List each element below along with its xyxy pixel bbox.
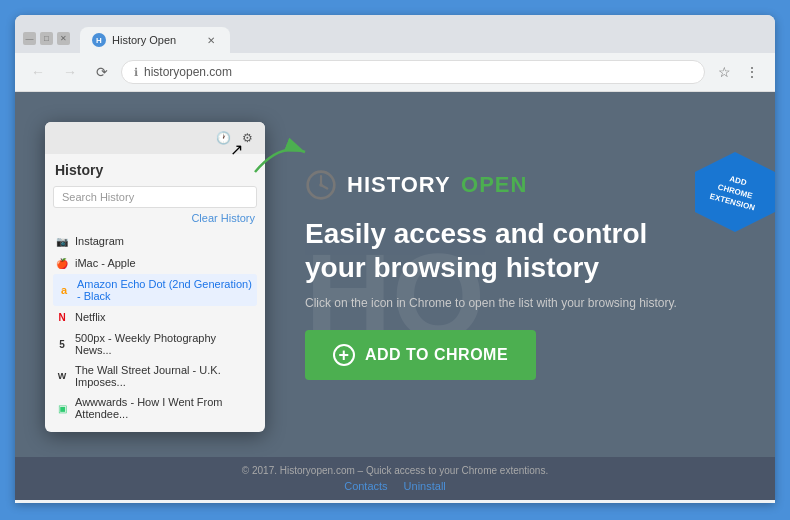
popup-search[interactable]: Search History xyxy=(53,186,257,208)
tagline-line2: your browsing history xyxy=(305,251,745,285)
tagline: Easily access and control your browsing … xyxy=(305,217,745,284)
main-area: 🕐 ⚙ History Search History Clear History… xyxy=(15,92,775,457)
history-item-label: iMac - Apple xyxy=(75,257,136,269)
add-to-chrome-button[interactable]: + ADD TO CHROME xyxy=(305,330,536,380)
active-tab[interactable]: H History Open ✕ xyxy=(80,27,230,53)
right-content: HISTORY OPEN Easily access and control y… xyxy=(285,112,745,437)
browser-frame: — □ ✕ H History Open ✕ ← → ⟳ ℹ historyop… xyxy=(15,15,775,503)
amazon-favicon: a xyxy=(57,283,71,297)
window-controls: — □ ✕ xyxy=(23,32,70,53)
browser-toolbar: ← → ⟳ ℹ historyopen.com ☆ ⋮ xyxy=(15,53,775,92)
history-item-label: Instagram xyxy=(75,235,124,247)
popup-header: 🕐 ⚙ xyxy=(45,122,265,154)
history-item-label: Amazon Echo Dot (2nd Generation) - Black xyxy=(77,278,253,302)
contacts-link[interactable]: Contacts xyxy=(344,480,387,492)
new-tab-area[interactable] xyxy=(230,21,767,53)
clear-history-link[interactable]: Clear History xyxy=(53,212,257,224)
minimize-button[interactable]: — xyxy=(23,32,36,45)
menu-button[interactable]: ⋮ xyxy=(739,59,765,85)
popup-body: History Search History Clear History 📷 I… xyxy=(45,154,265,432)
badge-text: ADD CHROME EXTENSION xyxy=(708,170,761,214)
history-item-awwwards[interactable]: ▣ Awwwards - How I Went From Attendee... xyxy=(53,392,257,424)
product-name-part1: HISTORY xyxy=(347,172,451,197)
history-item-instagram[interactable]: 📷 Instagram xyxy=(53,230,257,252)
page-footer: © 2017. Historyopen.com – Quick access t… xyxy=(15,457,775,500)
500px-favicon: 5 xyxy=(55,337,69,351)
tagline-line1: Easily access and control xyxy=(305,217,745,251)
bookmark-button[interactable]: ☆ xyxy=(711,59,737,85)
history-item-netflix[interactable]: N Netflix xyxy=(53,306,257,328)
footer-links: Contacts Uninstall xyxy=(35,480,755,492)
forward-button[interactable]: → xyxy=(57,59,83,85)
netflix-favicon: N xyxy=(55,310,69,324)
address-bar[interactable]: ℹ historyopen.com xyxy=(121,60,705,84)
popup-title: History xyxy=(53,162,257,178)
product-description: Click on the icon in Chrome to open the … xyxy=(305,296,745,310)
close-button[interactable]: ✕ xyxy=(57,32,70,45)
maximize-button[interactable]: □ xyxy=(40,32,53,45)
history-item-label: Awwwards - How I Went From Attendee... xyxy=(75,396,255,420)
svg-point-4 xyxy=(319,183,323,187)
browser-titlebar: — □ ✕ H History Open ✕ xyxy=(15,15,775,53)
history-item-amazon[interactable]: a Amazon Echo Dot (2nd Generation) - Bla… xyxy=(53,274,257,306)
lock-icon: ℹ xyxy=(134,66,138,79)
footer-copyright: © 2017. Historyopen.com – Quick access t… xyxy=(35,465,755,476)
popup-clock-icon[interactable]: 🕐 xyxy=(213,128,233,148)
popup-mockup: 🕐 ⚙ History Search History Clear History… xyxy=(45,122,265,437)
tab-close-button[interactable]: ✕ xyxy=(204,33,218,47)
cta-label: ADD TO CHROME xyxy=(365,346,508,364)
history-item-apple[interactable]: 🍎 iMac - Apple xyxy=(53,252,257,274)
product-header: HISTORY OPEN xyxy=(305,169,745,201)
history-item-label: 500px - Weekly Photography News... xyxy=(75,332,255,356)
address-text: historyopen.com xyxy=(144,65,692,79)
page-content: HO 🕐 ⚙ History Search History Clear Hist… xyxy=(15,92,775,500)
awwwards-favicon: ▣ xyxy=(55,401,69,415)
history-item-500px[interactable]: 5 500px - Weekly Photography News... xyxy=(53,328,257,360)
product-name: HISTORY OPEN xyxy=(347,172,527,198)
history-item-label: The Wall Street Journal - U.K. Imposes..… xyxy=(75,364,255,388)
tab-bar: H History Open ✕ xyxy=(80,21,767,53)
product-name-part2: OPEN xyxy=(461,172,527,197)
apple-favicon: 🍎 xyxy=(55,256,69,270)
history-item-label: Netflix xyxy=(75,311,106,323)
instagram-favicon: 📷 xyxy=(55,234,69,248)
plus-icon: + xyxy=(333,344,355,366)
history-item-wsj[interactable]: W The Wall Street Journal - U.K. Imposes… xyxy=(53,360,257,392)
refresh-button[interactable]: ⟳ xyxy=(89,59,115,85)
toolbar-actions: ☆ ⋮ xyxy=(711,59,765,85)
arrow-svg xyxy=(250,132,310,182)
uninstall-link[interactable]: Uninstall xyxy=(404,480,446,492)
wsj-favicon: W xyxy=(55,369,69,383)
tab-favicon: H xyxy=(92,33,106,47)
popup-window: 🕐 ⚙ History Search History Clear History… xyxy=(45,122,265,432)
tab-title: History Open xyxy=(112,34,198,46)
back-button[interactable]: ← xyxy=(25,59,51,85)
